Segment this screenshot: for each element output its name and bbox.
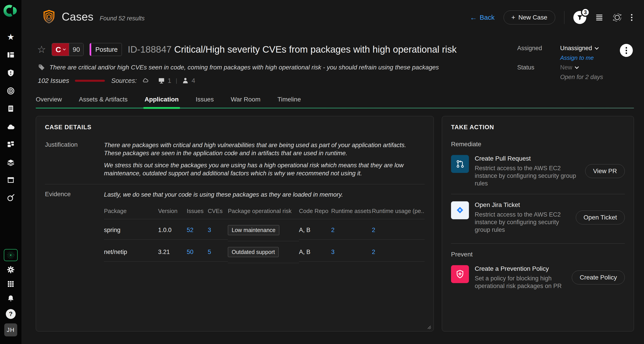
cloud-source-icon[interactable] — [142, 78, 148, 84]
tab-timeline[interactable]: Timeline — [278, 96, 301, 109]
column-header[interactable]: Code Repo — [299, 208, 331, 219]
view-pr-button[interactable]: View PR — [585, 164, 625, 178]
filter-count-badge: 3 — [581, 8, 590, 17]
content-panels: CASE DETAILS Justification There are pac… — [36, 116, 634, 331]
monitor-source-icon[interactable] — [158, 77, 165, 84]
action-create-pr: Create Pull Request Restrict access to t… — [451, 155, 625, 187]
runtime-usage-link[interactable]: 2 — [372, 249, 375, 255]
sidebar-item-notifications[interactable] — [0, 295, 22, 302]
ai-assistant-button[interactable] — [0, 249, 22, 261]
comet-icon — [7, 194, 15, 202]
action-title: Open Jira Ticket — [475, 201, 570, 209]
remediate-label: Remediate — [451, 141, 625, 148]
runtime-usage-link[interactable]: 2 — [372, 227, 375, 233]
cell-runtime-usage: 2 — [372, 221, 425, 240]
issues-count[interactable]: 102 Issues — [38, 77, 69, 84]
create-policy-button[interactable]: Create Policy — [572, 271, 625, 284]
case-more-options-button[interactable] — [620, 44, 633, 57]
justification-paragraph: We stress this out since the packages yo… — [104, 161, 425, 177]
sidebar-item-apps[interactable] — [0, 280, 22, 288]
tab-issues[interactable]: Issues — [196, 96, 214, 109]
column-header[interactable]: Issues — [187, 208, 208, 219]
assigned-value: Unassigned — [560, 45, 592, 52]
avatar-text: JH — [7, 326, 15, 333]
issues-link[interactable]: 50 — [187, 249, 194, 255]
sidebar-item-widgets[interactable] — [0, 141, 22, 148]
sidebar-item-help[interactable]: ? — [0, 309, 22, 319]
assign-to-me-link[interactable]: Assign to me — [560, 54, 603, 61]
column-header[interactable]: Runtime usage (pe... — [372, 208, 425, 219]
chevron-down-icon — [594, 46, 598, 50]
column-header[interactable]: Package operational risk — [228, 208, 299, 219]
more-options-button[interactable] — [631, 14, 632, 21]
sidebar-item-dashboard[interactable] — [0, 51, 22, 59]
status-label: Status — [517, 64, 560, 71]
settings-gear-icon — [7, 266, 15, 274]
open-ticket-button[interactable]: Open Ticket — [576, 211, 625, 224]
sidebar-item-settings[interactable] — [0, 266, 22, 274]
bullseye-icon — [7, 87, 15, 95]
sidebar: ★ — [0, 0, 22, 344]
star-icon: ★ — [7, 33, 14, 41]
app-logo-icon[interactable] — [0, 4, 22, 18]
chevron-down-icon — [575, 65, 579, 69]
runtime-assets-link[interactable]: 2 — [331, 227, 334, 233]
tab-overview[interactable]: Overview — [36, 96, 62, 109]
sources-separator: | — [176, 77, 177, 84]
cell-version: 1.0.0 — [158, 221, 187, 240]
cves-link[interactable]: 3 — [208, 227, 211, 233]
column-header[interactable]: Runtime assets — [331, 208, 372, 219]
cell-runtime-assets: 3 — [331, 243, 372, 262]
cves-link[interactable]: 5 — [208, 249, 211, 255]
notifications-bell-icon — [7, 295, 14, 302]
sidebar-item-risks[interactable] — [0, 69, 22, 77]
action-description: Restrict access to the AWS EC2 instance … — [475, 211, 569, 234]
sidebar-item-explore[interactable] — [0, 194, 22, 202]
user-avatar[interactable]: JH — [0, 323, 22, 336]
topbar-left: Cases Found 52 results — [42, 10, 145, 24]
cell-cves: 5 — [208, 243, 228, 262]
widgets-icon — [7, 141, 14, 148]
tab-application[interactable]: Application — [145, 96, 179, 109]
cell-code-repo: A, B — [299, 243, 331, 262]
sidebar-item-inventory[interactable] — [0, 105, 22, 112]
back-button[interactable]: ← Back — [470, 14, 495, 21]
new-case-button[interactable]: + New Case — [504, 11, 555, 25]
sidebar-item-targets[interactable] — [0, 87, 22, 95]
cases-shield-icon — [42, 10, 56, 24]
cell-runtime-usage: 2 — [372, 243, 425, 262]
status-dropdown[interactable]: New — [560, 64, 603, 71]
severity-dropdown[interactable]: C — [52, 43, 69, 56]
column-header[interactable]: Package — [104, 208, 158, 219]
action-description: Set a policy for blocking high operation… — [475, 275, 562, 290]
column-header[interactable]: Version — [158, 208, 187, 219]
sidebar-item-favorites[interactable]: ★ — [0, 33, 22, 41]
packages-table: Package Version Issues CVEs Package oper… — [104, 208, 425, 263]
take-action-panel: TAKE ACTION Remediate Create Pull Reques… — [442, 116, 634, 331]
column-header[interactable]: CVEs — [208, 208, 228, 219]
case-description: There are critical and/or high CVEs seen… — [50, 64, 439, 71]
cell-code-repo: A, B — [299, 221, 331, 240]
filter-button[interactable]: 3 — [573, 11, 586, 24]
assigned-label: Assigned — [517, 45, 560, 52]
list-view-icon[interactable] — [595, 14, 603, 21]
cell-version: 3.21 — [158, 243, 187, 262]
action-title: Create Pull Request — [475, 155, 580, 162]
runtime-assets-link[interactable]: 3 — [331, 249, 334, 255]
plus-icon: + — [512, 14, 516, 21]
tab-war-room[interactable]: War Room — [231, 96, 260, 109]
ai-box — [4, 249, 18, 261]
sync-icon[interactable] — [612, 13, 622, 22]
tab-assets-artifacts[interactable]: Assets & Artifacts — [79, 96, 128, 109]
issues-link[interactable]: 52 — [187, 227, 194, 233]
sidebar-item-cloud[interactable] — [0, 123, 22, 131]
sidebar-item-marketplace[interactable] — [0, 176, 22, 184]
assigned-dropdown[interactable]: Unassigned — [560, 45, 603, 52]
favorite-star-icon[interactable]: ☆ — [37, 45, 46, 54]
evidence-content: Lastly, we do see that your code is usin… — [104, 191, 425, 263]
sidebar-item-layers[interactable] — [0, 158, 22, 167]
case-id: ID-188847 — [128, 44, 172, 55]
resize-handle[interactable] — [427, 325, 431, 329]
person-source-icon[interactable] — [182, 77, 189, 84]
results-count: Found 52 results — [100, 12, 145, 22]
